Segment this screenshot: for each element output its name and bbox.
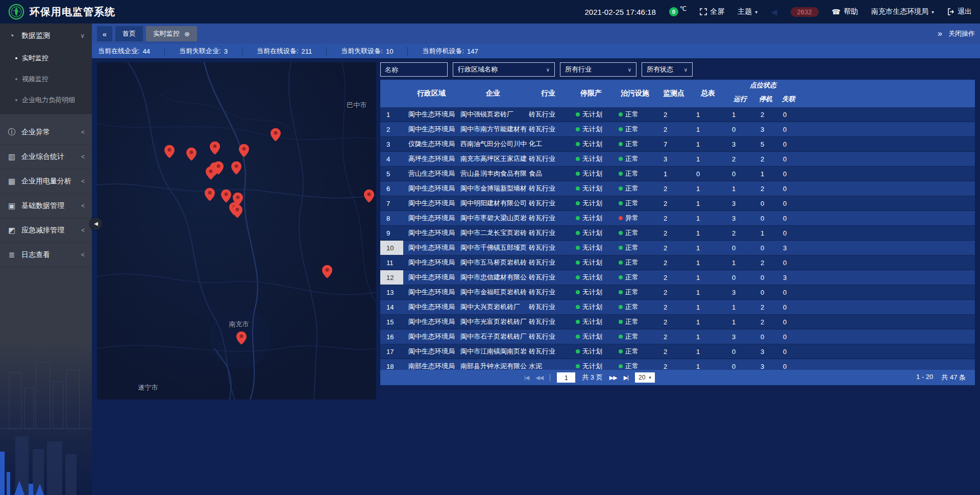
tab-home[interactable]: 首页 bbox=[115, 26, 143, 41]
map-pin-icon[interactable] bbox=[205, 188, 215, 201]
cell-stopped: 2 bbox=[754, 315, 777, 329]
column-header-running: 运行 bbox=[726, 91, 754, 107]
map-pin-icon[interactable] bbox=[271, 128, 281, 142]
cell-filler bbox=[800, 285, 975, 299]
cell-region: 阆中生态环境局 bbox=[403, 241, 459, 255]
cell-industry: 砖瓦行业 bbox=[527, 211, 570, 225]
sidebar-item-realtime-monitor[interactable]: 实时监控 bbox=[0, 48, 92, 68]
map-pin-icon[interactable] bbox=[236, 331, 247, 344]
map-pin-icon[interactable] bbox=[221, 190, 231, 203]
pagination-bar: |◀ ◀◀ 共 3 页 ▶▶ ▶| 20 ▾ bbox=[380, 370, 975, 385]
sidebar-item-company-statistics[interactable]: ▥企业综合统计< bbox=[0, 145, 92, 169]
cell-limit-status: 无计划 bbox=[570, 211, 612, 225]
first-page-button[interactable]: |◀ bbox=[524, 374, 529, 381]
brand: 环保用电监管系统 bbox=[8, 4, 115, 20]
theme-button[interactable]: 主题 ▾ bbox=[738, 7, 757, 16]
map-roads bbox=[97, 62, 376, 399]
page-size-select[interactable]: 20 ▾ bbox=[635, 372, 655, 383]
fullscreen-button[interactable]: 全屏 bbox=[700, 7, 724, 16]
table-row[interactable]: 11阆中生态环境局阆中市五马桥页岩机砖砖瓦行业无计划正常21120 bbox=[380, 255, 975, 270]
status-dot-icon bbox=[619, 157, 623, 161]
org-menu-button[interactable]: 南充市生态环境局 ▾ bbox=[871, 7, 934, 16]
table-row[interactable]: 2阆中生态环境局阆中市南方节能建材有砖瓦行业无计划正常21030 bbox=[380, 122, 975, 137]
sidebar-item-data-monitor[interactable]: ◔数据监测∨ bbox=[0, 23, 92, 48]
map-collapse-button[interactable]: ◀ bbox=[90, 218, 102, 230]
table-row[interactable]: 17阆中生态环境局阆中市江南镇阆南页岩砖瓦行业无计划正常21030 bbox=[380, 344, 975, 359]
notice-count-badge[interactable]: 2632 bbox=[791, 7, 819, 17]
name-filter-input[interactable] bbox=[380, 62, 448, 77]
map-pin-icon[interactable] bbox=[231, 161, 241, 175]
table-row[interactable]: 5营山生态环境局营山县润丰肉食品有限食品无计划正常10010 bbox=[380, 167, 975, 181]
cell-running: 1 bbox=[726, 300, 754, 314]
point-status-group-header: 点位状态 bbox=[726, 80, 800, 91]
map-pin-icon[interactable] bbox=[232, 205, 242, 218]
table-row[interactable]: 8阆中生态环境局阆中市枣碧大梁山页岩砖瓦行业无计划异常21300 bbox=[380, 211, 975, 226]
sidebar-item-power-usage-analysis[interactable]: ▦企业用电量分析< bbox=[0, 169, 92, 193]
table-row[interactable]: 15阆中生态环境局阆中市光富页岩机砖厂砖瓦行业无计划正常21120 bbox=[380, 315, 975, 329]
map-pin-icon[interactable] bbox=[210, 142, 220, 155]
cell-stopped: 2 bbox=[754, 255, 777, 270]
last-page-button[interactable]: ▶| bbox=[624, 374, 628, 381]
close-operations-button[interactable]: 关闭操作 bbox=[948, 29, 975, 38]
sidebar-item-company-abnormal[interactable]: ⓘ企业异常< bbox=[0, 120, 92, 144]
column-header-facility: 治污设施 bbox=[612, 80, 657, 107]
page-number-input[interactable] bbox=[557, 372, 575, 383]
industry-filter-select[interactable]: 所有行业 ∨ bbox=[560, 62, 636, 77]
cell-points: 2 bbox=[657, 315, 690, 329]
sidebar-item-video-monitor[interactable]: 视频监控 bbox=[0, 68, 92, 89]
table-row[interactable]: 12阆中生态环境局阆中市忠信建材有限公砖瓦行业无计划正常21003 bbox=[380, 270, 975, 285]
tabs-scroll-right-button[interactable]: » bbox=[938, 29, 942, 38]
tabs-scroll-left-button[interactable]: « bbox=[97, 26, 112, 41]
table-row[interactable]: 10阆中生态环境局阆中市千佛镇五郎垭页岩砖瓦行业无计划正常21003 bbox=[380, 241, 975, 255]
cell-meters: 1 bbox=[690, 137, 726, 151]
status-dot-icon bbox=[619, 305, 623, 309]
map-pin-icon[interactable] bbox=[322, 265, 332, 278]
map-pin-icon[interactable] bbox=[364, 190, 374, 203]
sidebar-item-log-view[interactable]: ≣日志查看< bbox=[0, 243, 92, 267]
map-pin-icon[interactable] bbox=[164, 145, 175, 158]
table-row[interactable]: 16阆中生态环境局阆中市石子页岩机砖厂砖瓦行业无计划正常21300 bbox=[380, 329, 975, 344]
table-row[interactable]: 4高坪生态环境局南充市高坪区王家店建砖瓦行业无计划正常31220 bbox=[380, 152, 975, 167]
cell-company: 阆中市金福旺页岩机砖 bbox=[459, 285, 527, 299]
sidebar-item-emergency-reduction[interactable]: ◩应急减排管理< bbox=[0, 218, 92, 242]
map-pin-icon[interactable] bbox=[186, 148, 197, 161]
table-row[interactable]: 13阆中生态环境局阆中市金福旺页岩机砖砖瓦行业无计划正常21300 bbox=[380, 285, 975, 300]
company-table: 行政区域企业行业停限产治污设施监测点总表 点位状态 运行 停机 失联 bbox=[380, 80, 975, 370]
table-row[interactable]: 6阆中生态环境局阆中市金博瑞新型墙材砖瓦行业无计划正常21120 bbox=[380, 181, 975, 196]
info-circle-icon: ⓘ bbox=[7, 127, 16, 137]
status-dot-icon bbox=[576, 364, 580, 368]
table-row[interactable]: 7阆中生态环境局阆中明阳建材有限公司砖瓦行业无计划正常21300 bbox=[380, 196, 975, 211]
cell-filler bbox=[800, 122, 975, 136]
stat-label: 当前失联企业: bbox=[179, 46, 221, 56]
table-row[interactable]: 9阆中生态环境局阆中市二龙长宝页岩砖砖瓦行业无计划正常21210 bbox=[380, 226, 975, 241]
table-row[interactable]: 14阆中生态环境局阆中大兴页岩机砖厂砖瓦行业无计划正常21120 bbox=[380, 300, 975, 315]
column-header-industry: 行业 bbox=[527, 80, 570, 107]
column-header-company: 企业 bbox=[459, 80, 527, 107]
cell-industry: 砖瓦行业 bbox=[527, 344, 570, 359]
row-index-cell: 4 bbox=[380, 152, 403, 166]
status-filter-select[interactable]: 所有状态 ∨ bbox=[642, 62, 693, 77]
region-filter-select[interactable]: 行政区域名称 ∨ bbox=[453, 62, 555, 77]
sidebar-item-base-data-management[interactable]: ▣基础数据管理< bbox=[0, 194, 92, 218]
cell-running: 3 bbox=[726, 329, 754, 344]
table-row[interactable]: 18南部生态环境局南部县升钟水泥有限公水泥无计划正常21030 bbox=[380, 359, 975, 370]
table-row[interactable]: 1阆中生态环境局阆中强锐页岩砖厂砖瓦行业无计划正常21120 bbox=[380, 107, 975, 122]
cell-facility-status: 异常 bbox=[612, 211, 657, 225]
help-button[interactable]: ☎ 帮助 bbox=[832, 7, 858, 16]
sidebar-item-power-load-detail[interactable]: 企业电力负荷明细 bbox=[0, 89, 92, 110]
map-panel[interactable]: ◀ 巴中市南充市遂宁市 bbox=[97, 62, 376, 399]
tab-realtime-monitor[interactable]: 实时监控⊗ bbox=[146, 26, 197, 41]
cell-industry: 砖瓦行业 bbox=[527, 285, 570, 299]
cell-facility-status: 正常 bbox=[612, 359, 657, 370]
cell-running: 3 bbox=[726, 137, 754, 151]
map-pin-icon[interactable] bbox=[213, 161, 224, 175]
table-row[interactable]: 3仪陇生态环境局西南油气田分公司川中化工无计划正常71350 bbox=[380, 137, 975, 152]
next-page-button[interactable]: ▶▶ bbox=[609, 374, 617, 381]
speaker-icon[interactable]: ◀ bbox=[771, 7, 777, 17]
map-pin-icon[interactable] bbox=[239, 144, 249, 157]
prev-page-button[interactable]: ◀◀ bbox=[535, 374, 543, 381]
cell-filler bbox=[800, 270, 975, 285]
stat-value: 147 bbox=[467, 48, 478, 55]
tab-close-icon[interactable]: ⊗ bbox=[184, 30, 190, 38]
logout-button[interactable]: 退出 bbox=[947, 7, 972, 16]
